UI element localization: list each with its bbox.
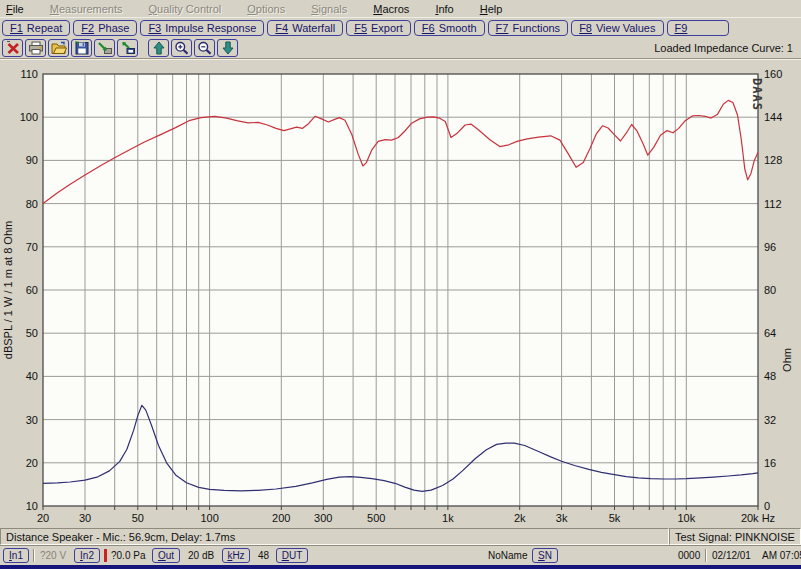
in2-level-indicator <box>104 549 107 562</box>
date-value: 02/12/01 <box>712 550 751 561</box>
y-left-label: 40 <box>26 370 38 382</box>
in1-range-value: ?20 V <box>40 550 66 561</box>
print-icon[interactable] <box>25 39 46 57</box>
y-left-label: 90 <box>26 154 38 166</box>
fkey-button-f7[interactable]: F7Functions <box>488 20 569 36</box>
in1-separator <box>33 549 35 562</box>
status-bar-1: Distance Speaker - Mic.: 56.9cm, Delay: … <box>0 528 801 545</box>
measurement-info-panel: Distance Speaker - Mic.: 56.9cm, Delay: … <box>0 528 669 545</box>
bottom-edge <box>0 565 801 569</box>
y-left-axis-title: dBSPL / 1 W / 1 m at 8 Ohm <box>2 221 14 359</box>
daas-window: FileMeasurementsQuality ControlOptionsSi… <box>0 0 801 569</box>
y-left-label: 100 <box>20 111 38 123</box>
y-right-label: 16 <box>764 457 776 469</box>
y-left-label: 60 <box>26 284 38 296</box>
menu-item-signals: Signals <box>311 3 347 15</box>
toolbar: Loaded Impedance Curve: 1 <box>0 37 801 58</box>
x-label: 20k Hz <box>741 512 775 524</box>
x-label: 100 <box>200 512 218 524</box>
fkey-button-f9[interactable]: F9 <box>667 20 729 36</box>
menu-item-options: Options <box>247 3 285 15</box>
y-right-label: 0 <box>764 500 770 512</box>
x-label: 200 <box>272 512 290 524</box>
fkey-button-f4[interactable]: F4Waterfall <box>267 20 343 36</box>
y-left-label: 10 <box>26 500 38 512</box>
menu-item-measurements: Measurements <box>50 3 123 15</box>
chart-area: 1101009080706050403020101601441281129680… <box>0 60 801 528</box>
x-label: 20 <box>37 512 49 524</box>
delete-icon[interactable] <box>2 39 23 57</box>
test-signal-panel: Test Signal: PINKNOISE <box>669 528 801 545</box>
out-button[interactable]: Out <box>152 548 180 563</box>
y-right-label: 48 <box>764 370 776 382</box>
fkey-button-f8[interactable]: F8View Values <box>571 20 663 36</box>
y-right-label: 128 <box>764 154 782 166</box>
zoom-in-icon[interactable] <box>171 39 192 57</box>
y-right-label: 160 <box>764 68 782 80</box>
y-right-label: 112 <box>764 198 782 210</box>
dut-button[interactable]: DUT <box>276 548 308 563</box>
export-curve-icon[interactable] <box>94 39 115 57</box>
in2-range-value: ?0.0 Pa <box>111 550 145 561</box>
y-left-label: 50 <box>26 327 38 339</box>
x-label: 30 <box>79 512 91 524</box>
chart: 1101009080706050403020101601441281129680… <box>0 60 801 528</box>
sn-button[interactable]: SN <box>532 548 558 563</box>
y-left-label: 30 <box>26 414 38 426</box>
y-right-axis-title: Ohm <box>781 348 793 372</box>
counter-value: 0000 <box>678 550 700 561</box>
status-bar-2: In1 ?20 V In2 ?0.0 Pa Out 20 dB kHz 48 D… <box>0 545 801 565</box>
x-label: 1k <box>442 512 454 524</box>
x-label: 3k <box>556 512 568 524</box>
y-right-label: 64 <box>764 327 776 339</box>
y-right-label: 32 <box>764 414 776 426</box>
khz-button[interactable]: kHz <box>222 548 250 563</box>
x-label: 500 <box>367 512 385 524</box>
fkey-button-f6[interactable]: F6Smooth <box>414 20 485 36</box>
sample-rate-value: 48 <box>258 550 269 561</box>
daas-watermark: DAAS <box>750 78 764 111</box>
y-left-label: 20 <box>26 457 38 469</box>
scale-up-icon[interactable] <box>148 39 169 57</box>
y-right-label: 144 <box>764 111 782 123</box>
x-label: 50 <box>132 512 144 524</box>
y-left-label: 80 <box>26 198 38 210</box>
open-icon[interactable] <box>48 39 69 57</box>
menu-bar: FileMeasurementsQuality ControlOptionsSi… <box>0 0 801 18</box>
menu-item-file[interactable]: File <box>6 3 24 15</box>
out-level-value: 20 dB <box>188 550 214 561</box>
menu-item-help[interactable]: Help <box>480 3 503 15</box>
in1-button[interactable]: In1 <box>3 548 29 563</box>
loaded-curve-status: Loaded Impedance Curve: 1 <box>654 42 801 54</box>
test-signal-text: Test Signal: PINKNOISE <box>675 531 795 543</box>
y-left-label: 70 <box>26 241 38 253</box>
y-left-label: 110 <box>20 68 38 80</box>
fkey-button-f1[interactable]: F1Repeat <box>2 20 70 36</box>
menu-item-quality-control: Quality Control <box>149 3 222 15</box>
measurement-info-text: Distance Speaker - Mic.: 56.9cm, Delay: … <box>6 531 235 543</box>
x-label: 300 <box>314 512 332 524</box>
import-curve-icon[interactable] <box>117 39 138 57</box>
menu-item-info[interactable]: Info <box>435 3 453 15</box>
in2-button[interactable]: In2 <box>74 548 100 563</box>
zoom-out-icon[interactable] <box>194 39 215 57</box>
time-value: AM 07:05:36 <box>762 550 801 561</box>
fkey-button-f2[interactable]: F2Phase <box>73 20 137 36</box>
y-right-label: 96 <box>764 241 776 253</box>
x-label: 5k <box>609 512 621 524</box>
x-label: 2k <box>514 512 526 524</box>
menu-item-macros[interactable]: Macros <box>373 3 409 15</box>
save-icon[interactable] <box>71 39 92 57</box>
y-right-label: 80 <box>764 284 776 296</box>
x-label: 10k <box>677 512 695 524</box>
fkey-button-f5[interactable]: F5Export <box>346 20 411 36</box>
date-separator <box>705 549 707 562</box>
device-name: NoName <box>488 550 527 561</box>
fkey-button-f3[interactable]: F3Impulse Response <box>140 20 264 36</box>
fkey-bar: F1RepeatF2PhaseF3Impulse ResponseF4Water… <box>0 18 801 37</box>
scale-down-icon[interactable] <box>217 39 238 57</box>
